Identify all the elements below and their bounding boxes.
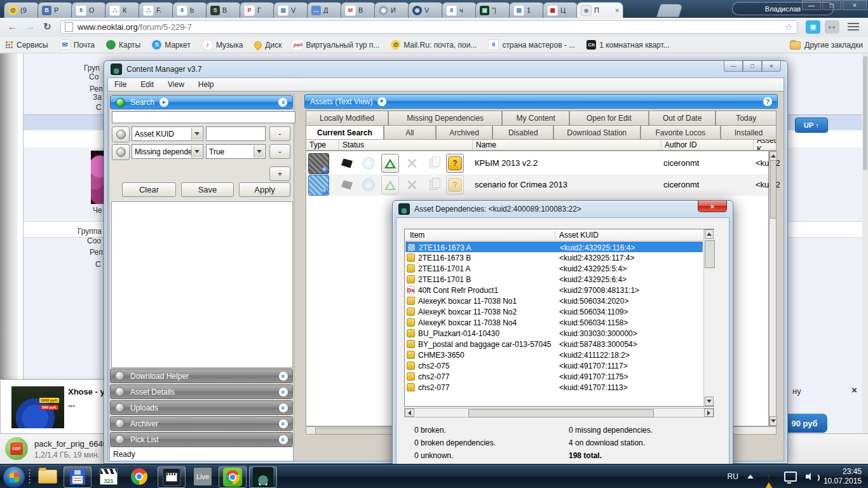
expand-chevron-icon[interactable]: « xyxy=(279,388,288,396)
extension-icon[interactable]: ●● xyxy=(825,20,839,34)
reload-button[interactable]: ↻ xyxy=(43,21,51,32)
window-restore-button[interactable]: □ xyxy=(822,0,841,10)
browser-tab[interactable]: …Д xyxy=(307,2,342,18)
bookmark-item[interactable]: SМаркет xyxy=(152,40,191,50)
scroll-right-icon[interactable] xyxy=(704,409,714,417)
expand-chevron-icon[interactable]: « xyxy=(279,403,288,412)
section-download-helper[interactable]: Download Helper « xyxy=(110,369,293,383)
dependency-row[interactable]: AlexeyK boxcar 11-7038 No1<kuid:506034:2… xyxy=(405,295,703,306)
tab-locally-modified[interactable]: Locally Modified xyxy=(306,111,388,125)
bookmark-item[interactable]: рждВиртуальный тур п... xyxy=(293,40,379,50)
filter-value-input[interactable] xyxy=(206,126,266,141)
dependency-row[interactable]: 2TE116-1701 A<kuid2:432925:5:4> xyxy=(405,263,703,274)
dependency-row[interactable]: chs2-075<kuid:491707:1117> xyxy=(405,360,703,371)
bookmark-item[interactable]: 8страна мастеров - ... xyxy=(488,39,575,50)
scroll-up-icon[interactable] xyxy=(705,229,714,239)
filter-orb-button[interactable] xyxy=(112,144,130,160)
taskbar-save-app[interactable] xyxy=(64,466,92,488)
browser-tab[interactable]: ▤V xyxy=(273,2,309,18)
bookmark-item[interactable]: Сервисы xyxy=(5,41,48,50)
price-badge[interactable]: 90 руб xyxy=(782,414,827,433)
other-bookmarks-button[interactable]: Другие закладки xyxy=(790,37,863,53)
scroll-down-icon[interactable] xyxy=(705,396,714,406)
dependency-row[interactable]: BY_postal and baggage car-013-57045<kuid… xyxy=(405,339,703,349)
browser-tab[interactable]: РГ xyxy=(240,2,275,18)
browser-tab[interactable]: ▣"| xyxy=(475,2,511,18)
dependency-row[interactable]: AlexeyK boxcar 11-7038 No2<kuid:506034:1… xyxy=(405,306,703,317)
section-pick-list[interactable]: Pick List « xyxy=(110,432,293,447)
page-close-icon[interactable]: × xyxy=(851,384,857,395)
filter-value-select[interactable]: True xyxy=(206,144,266,159)
extension-icon[interactable]: ▣ xyxy=(806,20,820,34)
collapse-chevron-icon[interactable]: « xyxy=(278,98,287,107)
column-author-id[interactable]: Author ID xyxy=(661,140,754,150)
menu-view[interactable]: View xyxy=(168,80,184,89)
assets-vertical-scrollbar[interactable] xyxy=(769,151,776,426)
dependency-row[interactable]: 2TE116-1701 B<kuid2:432925:6:4> xyxy=(405,274,703,285)
network-icon[interactable] xyxy=(784,471,797,482)
tab-missing-dependencies[interactable]: Missing Dependencies xyxy=(388,111,502,125)
dialog-close-button[interactable]: × xyxy=(698,201,727,212)
dependencies-vertical-scrollbar[interactable] xyxy=(703,229,714,406)
taskbar-chrome-green[interactable] xyxy=(219,466,247,488)
browser-menu-icon[interactable] xyxy=(848,23,859,24)
dependency-row[interactable]: AlexeyK boxcar 11-7038 No4<kuid:506034:1… xyxy=(405,317,703,328)
filter-orb-button[interactable] xyxy=(112,126,130,142)
cm-close-button[interactable]: × xyxy=(762,61,781,72)
browser-tab[interactable]: SВ xyxy=(206,2,241,18)
search-query-input[interactable] xyxy=(112,111,295,123)
tab-favorite-locos[interactable]: Favorite Locos xyxy=(641,125,721,139)
tab-out-of-date[interactable]: Out of Date xyxy=(649,111,715,125)
menu-edit[interactable]: Edit xyxy=(140,80,154,89)
expand-chevron-icon[interactable]: « xyxy=(279,435,288,444)
add-filter-button[interactable]: + xyxy=(269,166,290,181)
taskbar-clock[interactable]: 23:45 10.07.2015 xyxy=(824,467,862,486)
browser-tab[interactable]: ▤1 xyxy=(509,2,545,18)
remove-filter-button[interactable]: - xyxy=(269,144,290,159)
browser-tab[interactable]: ◉И xyxy=(374,2,410,18)
page-scrollbar[interactable] xyxy=(862,53,868,464)
tab-archived[interactable]: Archived xyxy=(436,125,493,139)
dependency-row-selected[interactable]: 2TE116-1673 A<kuid2:432925:116:4> xyxy=(405,241,703,252)
browser-tab[interactable]: 8b xyxy=(172,2,208,18)
back-button[interactable]: ← xyxy=(8,21,17,32)
column-type[interactable]: Type xyxy=(306,140,339,150)
tab-download-station[interactable]: Download Station xyxy=(553,125,640,139)
start-button[interactable] xyxy=(3,466,25,488)
taskbar-media-player-classic[interactable]: 321 xyxy=(95,466,122,487)
browser-tab[interactable]: ∴F. xyxy=(139,2,174,18)
dependency-row[interactable]: CHME3-3650<kuid2:411122:18:2> xyxy=(405,349,703,360)
taskbar-media-player[interactable] xyxy=(158,466,186,488)
bookmark-item[interactable]: Ch1 комнатная кварт... xyxy=(587,40,670,50)
tab-all[interactable]: All xyxy=(384,125,436,139)
column-status[interactable]: Status xyxy=(339,140,473,150)
taskbar-explorer[interactable] xyxy=(34,466,61,487)
help-icon[interactable]: ? xyxy=(763,97,772,106)
page-up-button[interactable]: UP ↑ xyxy=(795,118,828,133)
scroll-thumb[interactable] xyxy=(705,240,715,268)
tab-installed[interactable]: Installed xyxy=(721,125,776,139)
scroll-left-icon[interactable] xyxy=(405,409,414,417)
asset-row[interactable]: КРЫМ 2013 v2.2 ciceronmt <kuid2 xyxy=(306,152,768,174)
address-bar[interactable]: www.neoklai.org /forum/5-229-7 ☆ xyxy=(60,20,797,34)
asset-row[interactable]: scenario for Crimea 2013 ciceronmt <kuid… xyxy=(306,174,768,196)
taskbar-content-manager[interactable] xyxy=(249,466,277,488)
browser-tab[interactable]: ∴К xyxy=(105,2,140,18)
assets-panel-header[interactable]: Assets (Text View) ? xyxy=(304,94,778,109)
section-uploads[interactable]: Uploads « xyxy=(110,400,293,415)
new-tab-button[interactable] xyxy=(656,4,684,17)
remove-filter-button[interactable]: - xyxy=(269,126,290,141)
expand-chevron-icon[interactable]: « xyxy=(279,419,288,428)
column-item[interactable]: Item xyxy=(410,231,424,240)
browser-tab[interactable]: ВР xyxy=(37,2,73,18)
language-indicator[interactable]: RU xyxy=(728,472,738,481)
bookmark-item[interactable]: ✉Почта xyxy=(60,39,95,50)
tab-today[interactable]: Today xyxy=(715,111,776,125)
tab-my-content[interactable]: My Content xyxy=(502,111,569,125)
bookmark-item[interactable]: ●Карты xyxy=(106,40,140,50)
window-close-button[interactable]: × xyxy=(843,0,867,10)
dependency-row[interactable]: 2TE116-1673 B<kuid2:432925:117:4> xyxy=(405,252,703,263)
bookmark-item[interactable]: ♪Музыка xyxy=(202,39,243,50)
menu-help[interactable]: Help xyxy=(198,80,214,89)
cm-maximize-button[interactable]: □ xyxy=(743,61,762,72)
